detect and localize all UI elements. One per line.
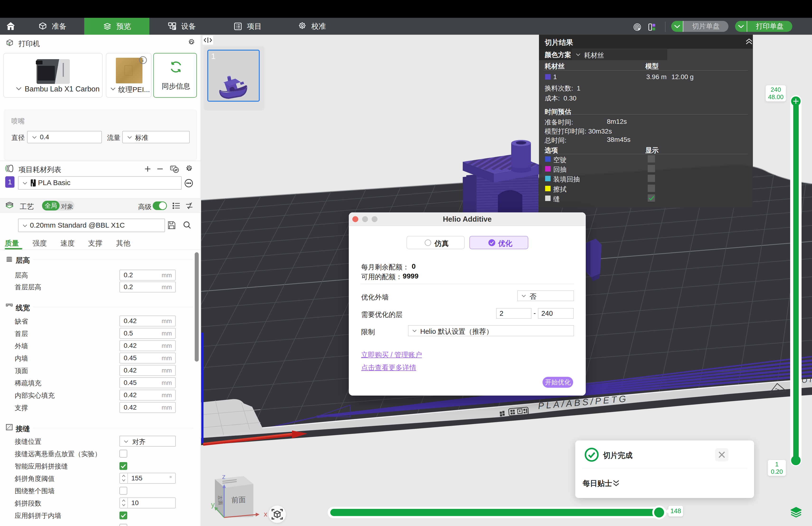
svg-text:z: z — [222, 472, 226, 480]
svg-text:左面: 左面 — [217, 495, 223, 505]
svg-text:前面: 前面 — [231, 496, 246, 504]
svg-text:x: x — [264, 510, 267, 518]
svg-text:y: y — [211, 501, 215, 508]
